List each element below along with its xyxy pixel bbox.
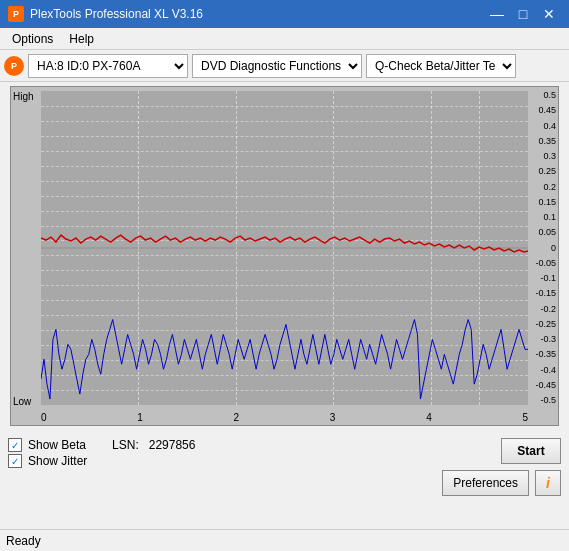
chart-container: High Low 0.5 0.45 0.4 0.35 0.3 0.25 0.2 … [10,86,559,426]
maximize-button[interactable]: □ [511,4,535,24]
title-bar: P PlexTools Professional XL V3.16 — □ ✕ [0,0,569,28]
status-bar: Ready [0,529,569,551]
function-select[interactable]: DVD Diagnostic Functions [192,54,362,78]
y-axis-right: 0.5 0.45 0.4 0.35 0.3 0.25 0.2 0.15 0.1 … [530,91,556,405]
chart-svg [41,91,528,405]
chart-high-label: High [13,91,34,102]
toolbar-icon: P [4,56,24,76]
bottom-right: Start Preferences i [442,438,561,496]
test-select[interactable]: Q-Check Beta/Jitter Test [366,54,516,78]
show-beta-row: ✓ Show Beta LSN: 2297856 [8,438,195,452]
show-beta-checkbox[interactable]: ✓ [8,438,22,452]
drive-select[interactable]: HA:8 ID:0 PX-760A [28,54,188,78]
window-controls: — □ ✕ [485,4,561,24]
x-axis: 0 1 2 3 4 5 [41,412,528,423]
app-title: PlexTools Professional XL V3.16 [30,7,203,21]
menu-help[interactable]: Help [61,30,102,48]
minimize-button[interactable]: — [485,4,509,24]
show-jitter-label: Show Jitter [28,454,87,468]
show-jitter-row: ✓ Show Jitter [8,454,195,468]
preferences-button[interactable]: Preferences [442,470,529,496]
lsn-value: 2297856 [149,438,196,452]
info-icon: i [546,475,550,491]
lsn-label: LSN: [112,438,139,452]
toolbar: P HA:8 ID:0 PX-760A DVD Diagnostic Funct… [0,50,569,82]
chart-area: High Low 0.5 0.45 0.4 0.35 0.3 0.25 0.2 … [0,82,569,430]
chart-low-label: Low [13,396,31,407]
info-button[interactable]: i [535,470,561,496]
top-button-row: Start [501,438,561,464]
chart-inner [41,91,528,405]
close-button[interactable]: ✕ [537,4,561,24]
bottom-button-row: Preferences i [442,470,561,496]
menu-bar: Options Help [0,28,569,50]
bottom-panel: ✓ Show Beta LSN: 2297856 ✓ Show Jitter S… [0,430,569,500]
show-jitter-checkbox[interactable]: ✓ [8,454,22,468]
show-beta-label: Show Beta [28,438,86,452]
bottom-left: ✓ Show Beta LSN: 2297856 ✓ Show Jitter [8,438,195,468]
app-icon: P [8,6,24,22]
start-button[interactable]: Start [501,438,561,464]
status-text: Ready [6,534,41,548]
menu-options[interactable]: Options [4,30,61,48]
